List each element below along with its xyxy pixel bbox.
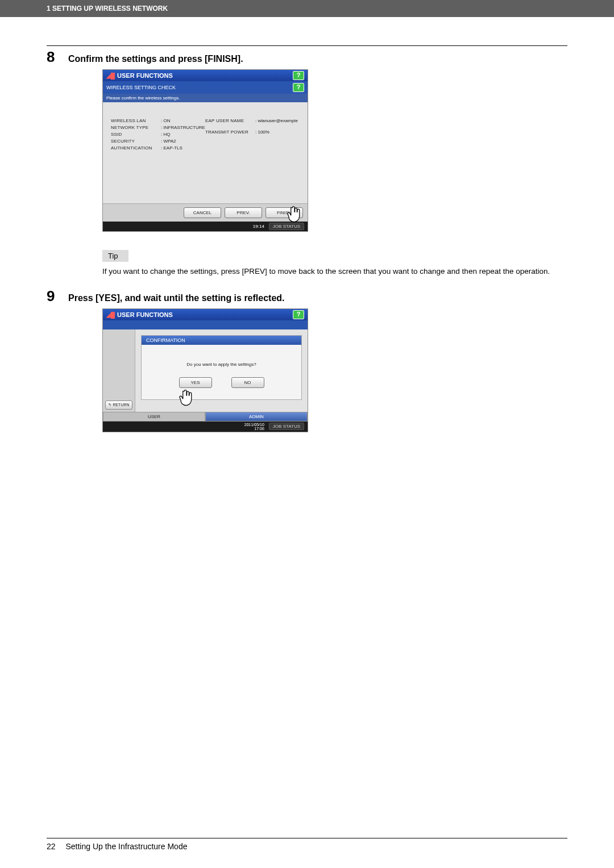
tip-label: Tip [102, 250, 128, 262]
screen-subtitle: WIRELESS SETTING CHECK [106, 85, 176, 90]
screenshot-wireless-check: ◢█USER FUNCTIONS ? WIRELESS SETTING CHEC… [102, 69, 308, 232]
kv-label: SECURITY [111, 139, 161, 144]
step-title: Confirm the settings and press [FINISH]. [68, 54, 243, 64]
return-button[interactable]: ↰ RETURN [105, 400, 132, 410]
page-header: 1 SETTING UP WIRELESS NETWORK [0, 0, 614, 17]
screen-date: 2011/05/10 [244, 423, 264, 427]
kv-label: AUTHENTICATION [111, 145, 161, 151]
step-9-heading: 9 Press [YES], and wait until the settin… [47, 287, 567, 305]
help-button[interactable]: ? [293, 310, 304, 319]
help-button[interactable]: ? [293, 83, 304, 92]
kv-value: ON [161, 118, 170, 123]
page-footer: 22 Setting Up the Infrastructure Mode [47, 838, 567, 851]
kv-value: INFRASTRUCTURE [161, 125, 205, 130]
kv-label: WIRELESS LAN [111, 118, 161, 123]
tip-text: If you want to change the settings, pres… [102, 266, 569, 277]
kv-value: HQ [161, 132, 170, 137]
kv-label: SSID [111, 132, 161, 137]
step-number: 8 [47, 48, 68, 66]
step-8-heading: 8 Confirm the settings and press [FINISH… [47, 48, 567, 66]
page-title: Setting Up the Infrastructure Mode [65, 842, 187, 851]
job-status-button[interactable]: JOB STATUS [269, 423, 304, 430]
top-rule [47, 45, 567, 46]
confirmation-question: Do you want to apply the settings? [147, 362, 296, 367]
yes-button[interactable]: YES [179, 377, 212, 388]
screen-time: 17:06 [254, 427, 264, 431]
job-status-button[interactable]: JOB STATUS [269, 223, 304, 230]
confirmation-header: CONFIRMATION [142, 336, 301, 345]
screenshot-confirmation: ◢█USER FUNCTIONS ? ↰ RETURN CONFIRMATION… [102, 308, 308, 432]
alert-icon: ◢█ [106, 312, 115, 318]
kv-value: WPA2 [161, 139, 176, 144]
prev-button[interactable]: PREV. [225, 207, 262, 218]
help-button[interactable]: ? [293, 71, 304, 80]
kv-label: EAP USER NAME [205, 118, 255, 123]
step-number: 9 [47, 287, 68, 305]
screen-title: USER FUNCTIONS [117, 72, 173, 79]
kv-label: NETWORK TYPE [111, 125, 161, 130]
tab-admin[interactable]: ADMIN [205, 412, 308, 422]
finish-button[interactable]: FINISH [265, 207, 303, 218]
no-button[interactable]: NO [231, 377, 264, 388]
screen-message: Please confirm the wireless settings. [103, 94, 308, 102]
kv-value: wlanuser@example [255, 118, 298, 123]
alert-icon: ◢█ [106, 73, 115, 79]
screen-title: USER FUNCTIONS [117, 311, 173, 318]
tab-user[interactable]: USER [103, 412, 205, 422]
cancel-button[interactable]: CANCEL [184, 207, 221, 218]
step-title: Press [YES], and wait until the setting … [68, 293, 285, 303]
chapter-label: 1 SETTING UP WIRELESS NETWORK [47, 5, 168, 12]
kv-value: EAP-TLS [161, 145, 182, 151]
kv-label: TRANSMIT POWER [205, 130, 255, 135]
page-number: 22 [47, 842, 56, 851]
screen-time: 19:14 [253, 224, 264, 229]
kv-value: 100% [255, 130, 269, 135]
